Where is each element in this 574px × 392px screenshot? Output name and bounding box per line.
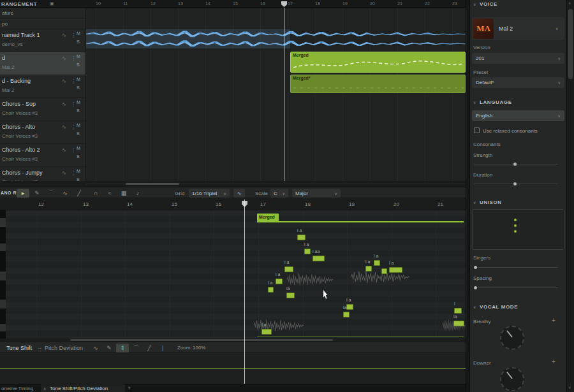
vibrato-tool[interactable]: ∩ [89, 189, 102, 198]
panel-scrollbar[interactable]: ∧ ∨ [566, 0, 574, 392]
note[interactable] [343, 312, 350, 317]
track-gain-icon[interactable]: ∿ [62, 101, 66, 107]
spacing-slider[interactable] [474, 287, 558, 288]
scrollbar-handle[interactable] [568, 9, 573, 79]
pitch-mode-button[interactable]: ∿ [233, 189, 245, 198]
mute-button[interactable]: M [77, 77, 80, 82]
note[interactable] [365, 266, 372, 272]
merged-part-tab[interactable]: Merged [257, 214, 279, 221]
mute-button[interactable]: M [77, 31, 80, 36]
slider-thumb[interactable] [513, 163, 517, 166]
duration-slider[interactable] [474, 184, 558, 184]
slider-thumb[interactable] [474, 266, 477, 269]
track-gain-icon[interactable]: ∿ [62, 33, 66, 38]
track-gain-icon[interactable]: ∿ [62, 78, 66, 84]
note[interactable] [276, 279, 283, 284]
track-options-icon[interactable]: ⋮ [71, 78, 76, 84]
track-options-icon[interactable]: ⋮ [71, 147, 76, 153]
panel-divider[interactable] [466, 0, 470, 392]
add-tab-button[interactable]: + [128, 385, 131, 391]
track-row[interactable]: d - BackingMai 2∿⋮MS [0, 75, 86, 98]
relaxed-consonants-checkbox[interactable] [474, 127, 480, 133]
unison-section-header[interactable]: ∨UNISON [473, 200, 502, 205]
scale-root-select[interactable]: C∨ [270, 189, 288, 198]
language-section-header[interactable]: ∨LANGUAGE [473, 99, 512, 105]
track-gain-icon[interactable]: ∿ [62, 170, 66, 176]
track-options-icon[interactable]: ⋮ [71, 124, 76, 130]
track-gain-icon[interactable]: ∿ [62, 124, 66, 130]
note[interactable] [389, 267, 402, 273]
note[interactable] [374, 260, 380, 266]
wave-pencil-tool[interactable]: ∿ [59, 189, 71, 198]
note[interactable] [313, 256, 325, 261]
track-options-icon[interactable]: ⋮ [71, 101, 76, 107]
track-gain-icon[interactable]: ∿ [62, 55, 66, 61]
track-options-icon[interactable]: ⋮ [71, 170, 76, 176]
tab-pitch-deviation[interactable]: Pitch Deviation [45, 345, 83, 351]
note[interactable] [304, 249, 311, 254]
mute-button[interactable]: M [77, 123, 80, 127]
solo-button[interactable]: S [77, 85, 80, 90]
track-row[interactable]: dMai 2∿⋮MS [0, 52, 86, 75]
track-row[interactable]: Chorus - SopChoir Voices #3∿⋮MS [0, 98, 86, 121]
hscrollbar-handle[interactable] [70, 339, 333, 341]
grid-select[interactable]: 1/16 Triplet∨ [189, 189, 230, 198]
solo-button[interactable]: S [77, 131, 80, 136]
scale-mode-select[interactable]: Major∨ [292, 189, 341, 198]
track-options-icon[interactable]: ⋮ [71, 33, 76, 38]
solo-button[interactable]: S [77, 62, 80, 67]
mute-button[interactable]: M [77, 54, 80, 59]
note[interactable] [261, 329, 272, 335]
tab-tone-shift-pitch-deviation[interactable]: ∧ Tone Shift/Pitch Deviation [41, 384, 125, 392]
mute-button[interactable]: M [77, 100, 80, 105]
note[interactable] [453, 321, 464, 326]
note[interactable] [381, 268, 387, 274]
solo-button[interactable]: S [77, 40, 80, 44]
line-pencil-tool[interactable]: ╱ [73, 189, 85, 198]
downer-add-button[interactable]: + [552, 358, 556, 365]
track-gain-icon[interactable]: ∿ [62, 147, 66, 153]
transform-tool[interactable]: ⇕ [116, 344, 129, 352]
time-signature-row[interactable]: ature [0, 8, 86, 18]
piano-key[interactable] [0, 272, 6, 280]
breathy-add-button[interactable]: + [552, 317, 556, 324]
part-merged-star[interactable]: Merged* [290, 75, 466, 93]
glide-tool[interactable]: ≈ [103, 189, 116, 198]
curve-tool[interactable]: ∿ [89, 344, 102, 352]
zoom-value[interactable]: 100% [193, 345, 205, 351]
solo-button[interactable]: S [77, 154, 80, 159]
dot-tool[interactable]: ∣ [156, 344, 169, 352]
note[interactable] [297, 235, 305, 240]
voice-selector[interactable]: MA Mai 2 ∨ [472, 17, 564, 40]
singers-slider[interactable] [474, 267, 558, 268]
language-select[interactable]: English∨ [472, 110, 564, 121]
preset-select[interactable]: Default*∨ [472, 77, 564, 88]
arc-pencil-tool[interactable]: ⌒ [45, 189, 57, 198]
tab-tone-shift[interactable]: Tone Shift [6, 345, 32, 351]
downer-knob[interactable] [500, 367, 524, 391]
track-row[interactable]: Chorus - AltoChoir Voices #3∿⋮MS [0, 121, 86, 144]
slider-thumb[interactable] [513, 182, 517, 185]
track-options-icon[interactable]: ⋮ [71, 55, 76, 61]
breathy-knob[interactable] [500, 326, 524, 350]
pencil-tool[interactable]: ✎ [31, 189, 43, 198]
piano-roll-playhead[interactable] [244, 200, 245, 384]
piano-key[interactable] [0, 243, 6, 251]
piano-key[interactable] [0, 218, 6, 227]
slider-thumb[interactable] [474, 286, 477, 289]
pointer-pencil-tool[interactable]: ▸ [17, 189, 29, 198]
piano-key[interactable] [0, 300, 6, 309]
arrangement-area[interactable]: Merged Merged* [86, 8, 466, 181]
piano-roll-ruler[interactable]: 12131415161718192021 [0, 198, 466, 210]
piano-key[interactable] [0, 324, 6, 331]
arrangement-playhead-marker[interactable] [281, 1, 287, 7]
mute-button[interactable]: M [77, 146, 80, 150]
strength-slider[interactable] [474, 164, 558, 164]
note[interactable] [454, 308, 462, 314]
hscrollbar-handle[interactable] [126, 183, 179, 185]
scroll-down-icon[interactable]: ∨ [568, 385, 571, 389]
arrangement-playhead[interactable] [284, 8, 284, 181]
tab-phoneme-timing[interactable]: oneme Timing [1, 386, 33, 391]
track-row[interactable]: Chorus - Alto 2Choir Voices #3∿⋮MS [0, 144, 86, 167]
vocal-mode-section-header[interactable]: ∨VOCAL MODE [473, 304, 518, 310]
